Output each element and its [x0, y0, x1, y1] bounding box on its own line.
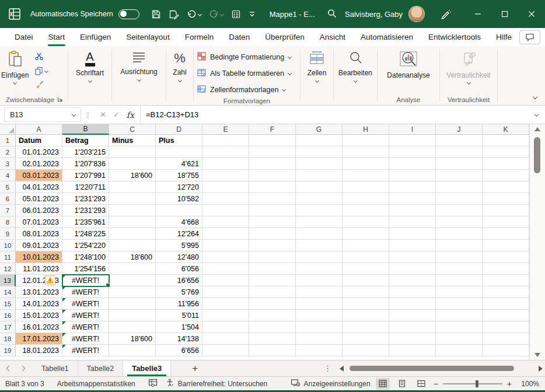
workbook-statistics[interactable]: Arbeitsmappenstatistiken: [57, 380, 135, 388]
cell-G7[interactable]: [296, 205, 343, 216]
paste-dropdown-chevron[interactable]: [13, 80, 17, 85]
cell-F15[interactable]: [249, 298, 296, 310]
cell-G8[interactable]: [296, 216, 343, 228]
name-box-chevron[interactable]: [72, 113, 76, 117]
cell-E13[interactable]: [202, 275, 249, 286]
cell-C3[interactable]: [109, 158, 156, 170]
cell-D10[interactable]: 5'995: [156, 240, 202, 251]
cell-J15[interactable]: [436, 298, 483, 310]
scroll-right-arrow[interactable]: [539, 366, 543, 372]
cell-J4[interactable]: [436, 170, 483, 181]
search-icon[interactable]: [327, 8, 337, 20]
cell-A2[interactable]: 01.01.2023: [16, 146, 62, 158]
cell-E8[interactable]: [202, 216, 249, 228]
cell-G17[interactable]: [296, 321, 343, 333]
cell-G12[interactable]: [296, 263, 343, 275]
expand-formula-bar-chevron[interactable]: [528, 106, 545, 124]
cell-A4[interactable]: 03.01.2023: [16, 170, 62, 181]
cell-K16[interactable]: [483, 310, 529, 321]
cell-D9[interactable]: 12'264: [156, 228, 202, 240]
cell-I17[interactable]: [389, 321, 436, 333]
cell-K14[interactable]: [483, 286, 529, 298]
cell-D11[interactable]: 12'480: [156, 251, 202, 263]
row-header-5[interactable]: 5: [0, 181, 16, 193]
page-break-view-button[interactable]: [414, 378, 428, 390]
cell-F8[interactable]: [249, 216, 296, 228]
select-all-corner[interactable]: [0, 124, 16, 135]
cell-D18[interactable]: 14'138: [156, 333, 202, 345]
cell-I4[interactable]: [389, 170, 436, 181]
cell-F3[interactable]: [249, 158, 296, 170]
row-header-13[interactable]: 13: [0, 275, 16, 286]
undo-icon[interactable]: [187, 9, 201, 19]
cell-E18[interactable]: [202, 333, 249, 345]
accessibility-status[interactable]: Barrierefreiheit: Untersuchen: [166, 379, 267, 388]
cell-E19[interactable]: [202, 345, 249, 356]
cell-G2[interactable]: [296, 146, 343, 158]
cell-J16[interactable]: [436, 310, 483, 321]
cut-icon[interactable]: [34, 52, 48, 62]
cell-K17[interactable]: [483, 321, 529, 333]
cell-C14[interactable]: [109, 286, 156, 298]
cell-E17[interactable]: [202, 321, 249, 333]
cell-G18[interactable]: [296, 333, 343, 345]
row-header-6[interactable]: 6: [0, 193, 16, 205]
cell-D15[interactable]: 11'956: [156, 298, 202, 310]
cell-K13[interactable]: [483, 275, 529, 286]
cell-J18[interactable]: [436, 333, 483, 345]
cell-A12[interactable]: 11.01.2023: [16, 263, 62, 275]
cell-I8[interactable]: [389, 216, 436, 228]
cell-G9[interactable]: [296, 228, 343, 240]
row-header-8[interactable]: 8: [0, 216, 16, 228]
zoom-out-button[interactable]: −: [434, 379, 438, 388]
cell-B18[interactable]: #WERT!: [62, 333, 109, 345]
column-header-C[interactable]: C: [109, 124, 156, 135]
cell-H12[interactable]: [343, 263, 389, 275]
cell-I16[interactable]: [389, 310, 436, 321]
cell-B7[interactable]: 1'231'293: [62, 205, 109, 216]
cell-K9[interactable]: [483, 228, 529, 240]
cell-B8[interactable]: 1'235'961: [62, 216, 109, 228]
cell-F2[interactable]: [249, 146, 296, 158]
ribbon-tab-automatisieren[interactable]: Automatisieren: [353, 28, 421, 46]
cell-F14[interactable]: [249, 286, 296, 298]
cell-J5[interactable]: [436, 181, 483, 193]
conditional-formatting-button[interactable]: Bedingte Formatierung: [194, 50, 300, 64]
cell-D8[interactable]: 4'668: [156, 216, 202, 228]
row-header-15[interactable]: 15: [0, 298, 16, 310]
column-header-E[interactable]: E: [202, 124, 249, 135]
cell-F1[interactable]: [249, 135, 296, 146]
save-icon[interactable]: [151, 9, 161, 19]
format-painter-icon[interactable]: [34, 79, 48, 90]
excel-app-icon[interactable]: [8, 8, 21, 20]
cell-C16[interactable]: [109, 310, 156, 321]
dialog-launcher-icon[interactable]: [57, 96, 63, 103]
cell-D4[interactable]: 18'755: [156, 170, 202, 181]
page-layout-view-button[interactable]: [395, 378, 409, 390]
cell-F18[interactable]: [249, 333, 296, 345]
sheet-tab-tabelle2[interactable]: Tabelle2: [78, 360, 124, 376]
copy-dropdown-chevron[interactable]: [44, 69, 48, 73]
cell-E5[interactable]: [202, 181, 249, 193]
cell-H5[interactable]: [343, 181, 389, 193]
row-header-4[interactable]: 4: [0, 170, 16, 181]
cell-D19[interactable]: 6'656: [156, 345, 202, 356]
cell-F6[interactable]: [249, 193, 296, 205]
row-header-3[interactable]: 3: [0, 158, 16, 170]
cell-D17[interactable]: 1'504: [156, 321, 202, 333]
cell-E2[interactable]: [202, 146, 249, 158]
cell-F16[interactable]: [249, 310, 296, 321]
cell-E15[interactable]: [202, 298, 249, 310]
zoom-thumb[interactable]: [476, 380, 478, 387]
cell-G4[interactable]: [296, 170, 343, 181]
cell-G19[interactable]: [296, 345, 343, 356]
cell-B12[interactable]: 1'254'156: [62, 263, 109, 275]
cell-E12[interactable]: [202, 263, 249, 275]
cell-C10[interactable]: [109, 240, 156, 251]
row-header-11[interactable]: 11: [0, 251, 16, 263]
cell-J10[interactable]: [436, 240, 483, 251]
prev-sheet-arrow[interactable]: [6, 366, 12, 372]
cell-I2[interactable]: [389, 146, 436, 158]
cell-K7[interactable]: [483, 205, 529, 216]
cell-C18[interactable]: 18'600: [109, 333, 156, 345]
